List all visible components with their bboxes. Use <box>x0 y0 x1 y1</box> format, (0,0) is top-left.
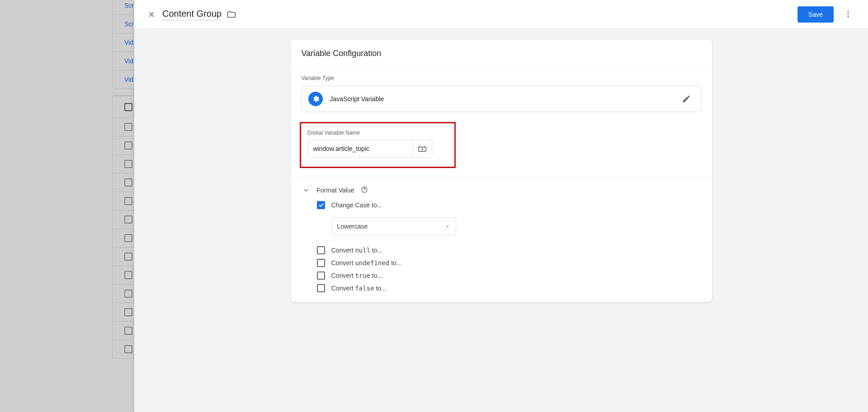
close-icon <box>147 10 156 19</box>
convert-null-option[interactable]: Convert null to... <box>317 246 701 254</box>
card-title: Variable Configuration <box>291 40 712 68</box>
convert-true-option[interactable]: Convert true to... <box>317 272 701 280</box>
checkbox-icon <box>124 160 132 168</box>
convert-null-label: Convert null to... <box>331 247 383 254</box>
kebab-icon <box>844 10 852 19</box>
change-case-option[interactable]: Change Case to... <box>317 201 701 209</box>
help-icon[interactable] <box>361 186 369 194</box>
brick-plus-icon <box>418 145 427 152</box>
checkbox-icon <box>124 123 132 131</box>
convert-undefined-checkbox[interactable] <box>317 259 325 267</box>
variable-picker-button[interactable] <box>413 140 432 158</box>
change-case-label: Change Case to... <box>331 201 382 209</box>
convert-undefined-option[interactable]: Convert undefined to... <box>317 259 701 267</box>
pencil-icon <box>682 94 691 103</box>
convert-false-option[interactable]: Convert false to... <box>317 284 701 292</box>
case-select[interactable]: Lowercase <box>331 217 456 235</box>
format-value-section: Format Value Change Case to... L <box>291 178 712 302</box>
checkbox-icon <box>124 327 132 335</box>
edit-type-button[interactable] <box>678 91 694 107</box>
checkbox-icon <box>124 271 132 279</box>
change-case-checkbox[interactable] <box>317 201 325 209</box>
format-value-title: Format Value <box>317 187 354 194</box>
panel-title[interactable]: Content Group <box>162 9 222 20</box>
global-variable-label: Global Variable Name <box>307 130 448 136</box>
global-variable-input[interactable] <box>307 140 413 158</box>
panel-header: Content Group Save <box>134 0 868 29</box>
variable-type-icon <box>308 92 323 106</box>
variable-type-label: Variable Type <box>302 75 701 81</box>
convert-undefined-label: Convert undefined to... <box>331 259 402 267</box>
checkbox-icon <box>124 197 132 205</box>
save-button[interactable]: Save <box>797 6 834 23</box>
svg-point-2 <box>848 16 849 17</box>
convert-false-checkbox[interactable] <box>317 284 325 292</box>
variable-type-row[interactable]: JavaScript Variable <box>302 86 701 112</box>
checkbox-icon <box>124 234 132 242</box>
case-select-value: Lowercase <box>337 223 368 230</box>
convert-null-checkbox[interactable] <box>317 246 325 254</box>
chevron-down-icon <box>302 186 311 195</box>
variable-config-card: Variable Configuration Variable Type Jav… <box>291 40 712 302</box>
variable-type-section: Variable Type JavaScript Variable Global… <box>291 68 712 178</box>
checkbox-icon <box>124 215 132 224</box>
dropdown-arrow-icon <box>445 224 450 229</box>
svg-point-1 <box>848 14 849 15</box>
convert-true-label: Convert true to... <box>331 272 383 279</box>
checkbox-icon <box>124 308 132 316</box>
checkbox-icon <box>124 253 132 261</box>
panel-body: Variable Configuration Variable Type Jav… <box>134 29 868 412</box>
convert-true-checkbox[interactable] <box>317 272 325 280</box>
more-menu-button[interactable] <box>839 5 857 23</box>
global-variable-highlight: Global Variable Name <box>300 122 456 168</box>
gear-icon <box>311 95 320 103</box>
variable-type-name: JavaScript Variable <box>330 95 384 103</box>
close-button[interactable] <box>142 5 160 23</box>
checkbox-icon <box>124 103 132 111</box>
svg-point-0 <box>848 11 849 13</box>
format-value-header[interactable]: Format Value <box>302 186 701 195</box>
folder-icon[interactable] <box>226 9 237 20</box>
checkbox-icon <box>124 345 132 353</box>
checkbox-icon <box>124 290 132 298</box>
convert-false-label: Convert false to... <box>331 285 387 292</box>
checkbox-icon <box>124 141 132 150</box>
checkbox-icon <box>124 178 132 187</box>
svg-point-5 <box>364 191 364 192</box>
check-icon <box>318 202 324 208</box>
drawer-panel: Content Group Save Variable Configuratio… <box>134 0 868 412</box>
